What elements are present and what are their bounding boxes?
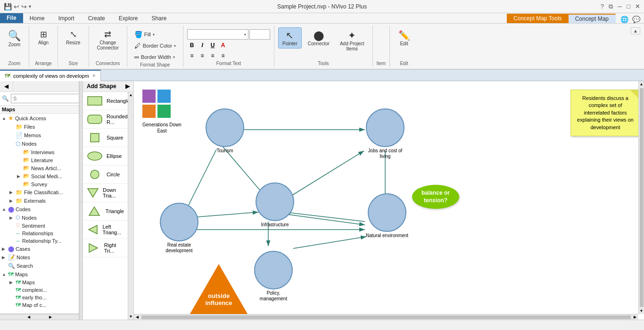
canvas-scroll-down-icon[interactable]: ▼ xyxy=(639,308,644,314)
font-name-combo[interactable]: ▾ xyxy=(187,29,248,40)
save-icon[interactable]: 💾 xyxy=(4,3,12,10)
bold-button[interactable]: B xyxy=(187,41,197,50)
border-color-button[interactable]: 🖊 Border Color ▾ xyxy=(131,41,179,51)
italic-button[interactable]: I xyxy=(198,41,207,50)
canvas-area[interactable]: Generations DownEast Tourism Jobs and co… xyxy=(134,81,644,320)
shape-panel-collapse-icon[interactable]: ▶ xyxy=(125,83,130,90)
node-policy[interactable]: Policy,management xyxy=(254,251,293,302)
tree-item-nodes[interactable]: ⬡ Nodes xyxy=(8,140,79,148)
shape-item-down-triangle[interactable]: Down Tria... xyxy=(83,184,128,202)
border-width-dropdown-icon[interactable]: ▾ xyxy=(173,55,175,59)
restore-icon[interactable]: ⧉ xyxy=(609,3,613,10)
tree-item-complexity[interactable]: 🗺 complexi... xyxy=(8,286,79,294)
doc-tab-concept-map[interactable]: 🗺 complexity of views on developm ✕ xyxy=(0,70,101,81)
shape-item-circle[interactable]: Circle xyxy=(83,165,128,184)
tab-share[interactable]: Share xyxy=(145,14,173,23)
tree-item-notes[interactable]: ▶ 📝 Notes xyxy=(0,253,79,262)
connector-button[interactable]: ⬤ Connector xyxy=(304,27,334,49)
sticky-note[interactable]: Residents discuss a complex set of inter… xyxy=(570,90,640,136)
resize-button[interactable]: ⤡ Resize xyxy=(62,27,85,48)
zoom-button[interactable]: 🔍 Zoom xyxy=(4,27,25,50)
font-size-combo[interactable] xyxy=(249,29,270,40)
shape-item-left-triangle[interactable]: Left Triang... xyxy=(83,221,128,239)
minimize-icon[interactable]: ─ xyxy=(618,3,622,10)
tab-file[interactable]: File xyxy=(0,13,23,23)
fill-button[interactable]: 🪣 Fill ▾ xyxy=(131,29,179,40)
font-color-button[interactable]: A xyxy=(218,41,228,50)
tree-item-maps[interactable]: ▲ 🗺 Maps xyxy=(0,270,79,279)
node-infrastructure[interactable]: Infrastructure xyxy=(256,182,294,228)
tree-item-memos[interactable]: 📄 Memos xyxy=(8,131,79,140)
nav-scroll-left-icon[interactable]: ◀ xyxy=(27,315,30,319)
doc-tab-close-button[interactable]: ✕ xyxy=(92,73,96,78)
align-left-button[interactable]: ≡ xyxy=(187,51,197,60)
align-center-button[interactable]: ≡ xyxy=(198,51,207,60)
change-connector-button[interactable]: ⇄ Change Connector xyxy=(93,27,123,53)
tab-import[interactable]: Import xyxy=(52,14,82,23)
help-icon[interactable]: ? xyxy=(601,3,604,10)
border-color-dropdown-icon[interactable]: ▾ xyxy=(174,44,176,48)
node-natural[interactable]: Natural environment xyxy=(366,193,408,239)
collapse-ribbon-button[interactable]: ▲ xyxy=(631,27,640,34)
shape-scroll-down-icon[interactable]: ▼ xyxy=(128,314,133,320)
pointer-button[interactable]: ↖ Pointer xyxy=(278,27,302,49)
add-project-items-button[interactable]: ✦ Add Project Items xyxy=(336,27,369,54)
close-icon[interactable]: ✕ xyxy=(635,3,640,10)
canvas-vscrollbar[interactable]: ▲ ▼ xyxy=(638,81,644,314)
shape-item-rectangle[interactable]: Rectangle xyxy=(83,92,128,110)
edit-button[interactable]: ✏️ Edit xyxy=(394,27,414,49)
tree-item-sentiment[interactable]: ♡ Sentiment xyxy=(8,222,79,230)
node-jobs[interactable]: Jobs and cost ofliving xyxy=(366,108,405,159)
font-dropdown-icon[interactable]: ▾ xyxy=(244,33,246,37)
border-width-button[interactable]: ═ Border Width ▾ xyxy=(131,52,179,62)
tab-explore[interactable]: Explore xyxy=(112,14,145,23)
nav-search-input[interactable] xyxy=(11,94,79,103)
green-bubble[interactable]: balance ortension? xyxy=(412,185,459,209)
shape-item-right-triangle[interactable]: Right Tri... xyxy=(83,239,128,257)
shape-item-ellipse[interactable]: Ellipse xyxy=(83,147,128,165)
canvas-scroll-right-icon[interactable]: ▶ xyxy=(632,315,638,319)
tree-item-cases[interactable]: ▶ ⬤ Cases xyxy=(0,245,79,253)
maximize-icon[interactable]: □ xyxy=(627,3,630,10)
nav-hscroll[interactable]: ◀ ▶ xyxy=(0,314,79,320)
nav-collapse-button[interactable]: ◀ xyxy=(0,81,13,91)
tree-item-externals[interactable]: ▶ 📁 Externals xyxy=(8,197,79,205)
tree-item-early-tho[interactable]: 🗺 early tho... xyxy=(8,294,79,301)
dropdown-arrow-icon[interactable]: ▾ xyxy=(29,4,31,9)
canvas-scroll-up-icon[interactable]: ▲ xyxy=(639,81,644,87)
shape-scroll-up-icon[interactable]: ▲ xyxy=(128,92,133,98)
node-tourism[interactable]: Tourism xyxy=(206,108,244,154)
fill-dropdown-icon[interactable]: ▾ xyxy=(153,33,155,37)
tree-item-codes-nodes[interactable]: ▶ ⬡ Nodes xyxy=(8,214,79,222)
tree-item-codes[interactable]: ▲ ⬤ Codes xyxy=(0,205,79,214)
align-right-button[interactable]: ≡ xyxy=(208,51,217,60)
nav-scroll-right-icon[interactable]: ▶ xyxy=(49,315,52,319)
orange-triangle[interactable]: outsideinfluence xyxy=(183,264,254,320)
align-justify-button[interactable]: ≡ xyxy=(218,51,228,60)
shape-panel-scrollbar[interactable]: ▲ ▼ xyxy=(128,92,133,320)
tree-item-relationship-type[interactable]: ↔ Relationship Ty... xyxy=(8,237,79,245)
shape-item-triangle[interactable]: Triangle xyxy=(83,202,128,221)
tree-item-survey[interactable]: 📂 Survey xyxy=(15,180,79,188)
resize-handle-nav[interactable]: ⋮ xyxy=(79,81,83,320)
align-button[interactable]: ⊞ Align xyxy=(33,27,54,48)
tree-item-quick-access[interactable]: ▲ ★ Quick Access xyxy=(0,114,79,123)
shape-item-square[interactable]: Square xyxy=(83,129,128,147)
tree-item-interviews[interactable]: 📂 Interviews xyxy=(15,148,79,156)
tree-item-file-classification[interactable]: ▶ 📁 File Classificati... xyxy=(8,188,79,197)
tree-item-literature[interactable]: 📂 Literature xyxy=(15,156,79,164)
tree-item-map-of-c[interactable]: 🗺 Map of c... xyxy=(8,301,79,309)
underline-button[interactable]: U xyxy=(208,41,217,50)
tree-item-search[interactable]: 🔍 Search xyxy=(0,262,79,270)
node-realestate[interactable]: Real estatedevelopment xyxy=(160,203,198,254)
tree-item-maps-sub[interactable]: ▶ 🗺 Maps xyxy=(8,279,79,286)
tree-item-relationships[interactable]: ↔ Relationships xyxy=(8,230,79,237)
tab-home[interactable]: Home xyxy=(23,14,52,23)
shape-item-rounded-rectangle[interactable]: Rounded R... xyxy=(83,110,128,129)
account-icon[interactable]: 🌐 xyxy=(620,16,628,23)
canvas-scroll-left-icon[interactable]: ◀ xyxy=(134,315,140,319)
chat-icon[interactable]: 💬 xyxy=(632,16,640,23)
tree-item-files[interactable]: 📁 Files xyxy=(8,123,79,131)
tree-item-news-articles[interactable]: 📂 News Articl... xyxy=(15,164,79,172)
tab-concept-map[interactable]: Concept Map xyxy=(569,14,616,23)
